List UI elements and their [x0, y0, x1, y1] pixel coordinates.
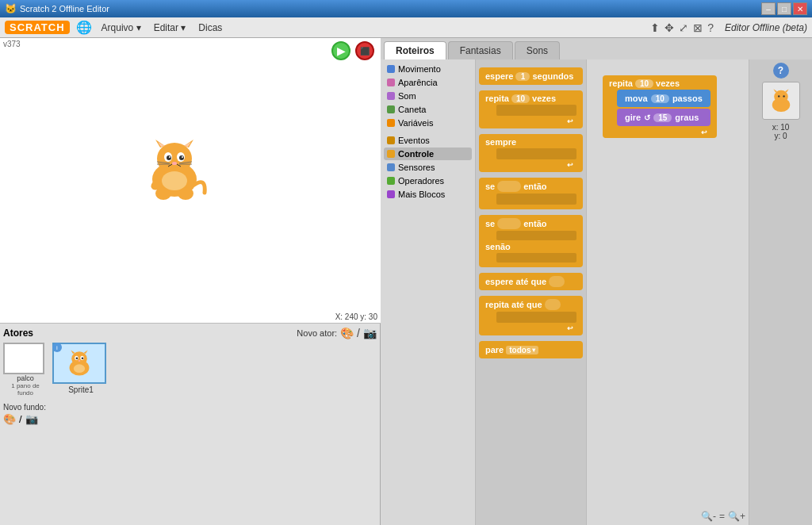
- palco-item[interactable]: palco 1 pano de fundo: [3, 343, 48, 397]
- camera-fundo-button[interactable]: 📷: [25, 413, 38, 425]
- novo-fundo: Novo fundo: 🎨 / 📷: [3, 403, 377, 425]
- svg-point-11: [182, 156, 183, 158]
- stage-controls: ▶ ⬛: [331, 41, 374, 60]
- cat-dot: [387, 136, 395, 144]
- cat-dot: [387, 79, 395, 86]
- cat-label: Operadores: [398, 176, 444, 186]
- close-button[interactable]: ✕: [793, 2, 807, 15]
- cat-som[interactable]: Som: [384, 90, 472, 102]
- script-repita[interactable]: repita 10 vezes mova 10 passos gire ↺ 15…: [603, 75, 717, 138]
- cat-sensores[interactable]: Sensores: [384, 161, 472, 174]
- svg-point-24: [71, 351, 87, 366]
- x-value: 10: [780, 123, 789, 132]
- block-repita-ate[interactable]: repita até que ↩: [479, 296, 583, 335]
- cat-eventos[interactable]: Eventos: [384, 134, 472, 147]
- stop-button[interactable]: ⬛: [355, 41, 374, 60]
- upload-icon[interactable]: ⬆: [650, 21, 660, 34]
- green-flag-button[interactable]: ▶: [331, 41, 350, 60]
- paint-fundo-button[interactable]: 🎨: [3, 413, 16, 425]
- sprite-info-panel: ? x: 10 y: 0: [749, 59, 812, 525]
- turbo-icon[interactable]: ⊠: [693, 21, 703, 34]
- cat-mais-blocos[interactable]: Mais Blocos: [384, 188, 472, 201]
- svg-point-32: [74, 364, 85, 373]
- block-repita[interactable]: repita 10 vezes ↩: [479, 90, 583, 128]
- block-sempre[interactable]: sempre ↩: [479, 134, 583, 172]
- expand-icon[interactable]: ⤢: [679, 21, 688, 34]
- cat-dot: [387, 150, 395, 158]
- tab-sons[interactable]: Sons: [515, 41, 560, 59]
- sprite-thumbnail: i: [52, 343, 106, 384]
- toolbar-icons: ⬆ ✥ ⤢ ⊠ ? Editor Offline (beta): [650, 21, 807, 34]
- svg-point-37: [778, 95, 779, 97]
- svg-point-29: [76, 357, 79, 359]
- cat-caneta[interactable]: Caneta: [384, 103, 472, 116]
- block-se-entao-1[interactable]: se então: [479, 178, 583, 209]
- svg-point-34: [774, 90, 788, 103]
- menu-arquivo[interactable]: Arquivo ▾: [98, 21, 144, 35]
- help-menu-icon[interactable]: ?: [707, 21, 714, 34]
- sprite-mini-preview: [762, 82, 800, 120]
- cat-operadores[interactable]: Operadores: [384, 174, 472, 187]
- app-icon: 🐱: [5, 3, 17, 14]
- sprite-label: Sprite1: [52, 385, 109, 394]
- novo-fundo-label: Novo fundo:: [3, 403, 377, 412]
- draw-fundo-button[interactable]: /: [19, 413, 22, 425]
- maximize-button[interactable]: □: [777, 2, 791, 15]
- script-stack-1: repita 10 vezes mova 10 passos gire ↺ 15…: [603, 75, 717, 138]
- cat-label: Caneta: [398, 105, 426, 114]
- cat-sprite: [135, 133, 214, 205]
- cat-dot: [387, 105, 395, 113]
- menu-dicas[interactable]: Dicas: [195, 21, 225, 35]
- cat-movimento[interactable]: Movimento: [384, 63, 472, 75]
- svg-point-1: [157, 143, 192, 174]
- svg-point-30: [82, 357, 84, 359]
- categories-panel: Movimento Aparência Som Caneta Variáveis: [381, 59, 476, 525]
- titlebar: 🐱 Scratch 2 Offline Editor – □ ✕: [0, 0, 812, 17]
- palco-thumbnail: [3, 343, 44, 374]
- camera-actor-button[interactable]: 📷: [363, 327, 377, 339]
- coord-display: x: 10 y: 0: [772, 123, 790, 140]
- cat-variaveis[interactable]: Variáveis: [384, 117, 472, 129]
- zoom-reset-button[interactable]: =: [719, 511, 725, 522]
- block-pare[interactable]: pare todos ▾: [479, 341, 583, 358]
- cat-aparencia[interactable]: Aparência: [384, 76, 472, 89]
- zoom-in-button[interactable]: 🔍+: [728, 511, 745, 522]
- actors-title: Atores: [3, 328, 297, 339]
- cat-label: Aparência: [398, 78, 438, 87]
- sprite-item[interactable]: i S: [52, 343, 109, 397]
- scratch-logo: SCRATCH: [5, 21, 70, 34]
- palco-sub: 1 pano de fundo: [3, 382, 48, 397]
- fullscreen-icon[interactable]: ✥: [665, 21, 674, 34]
- palco-label: palco: [3, 374, 48, 382]
- tab-roteiros[interactable]: Roteiros: [384, 41, 446, 59]
- blocks-palette: espere 1 segundos repita 10 vezes ↩ semp…: [476, 59, 587, 525]
- script-area[interactable]: repita 10 vezes mova 10 passos gire ↺ 15…: [587, 59, 749, 525]
- zoom-out-button[interactable]: 🔍-: [701, 511, 716, 522]
- paint-actor-button[interactable]: 🎨: [340, 327, 354, 339]
- help-button[interactable]: ?: [773, 63, 789, 79]
- script-mova[interactable]: mova 10 passos: [617, 90, 710, 107]
- svg-point-9: [179, 155, 184, 160]
- sprite-info-badge[interactable]: i: [52, 343, 62, 352]
- tab-fantasias[interactable]: Fantasias: [448, 41, 513, 59]
- globe-icon[interactable]: 🌐: [76, 20, 92, 35]
- stage-canvas[interactable]: v373 ▶ ⬛: [0, 38, 381, 324]
- cat-dot: [387, 163, 395, 171]
- minimize-button[interactable]: –: [761, 2, 776, 15]
- block-se-entao-senao[interactable]: se então senão: [479, 215, 583, 267]
- cat-label: Mais Blocos: [398, 190, 445, 199]
- actor-add-buttons: 🎨 / 📷: [340, 327, 377, 339]
- block-espere-ate[interactable]: espere até que: [479, 273, 583, 290]
- tabs: Roteiros Fantasias Sons: [381, 38, 812, 59]
- menu-editar[interactable]: Editar ▾: [151, 21, 190, 35]
- script-gire[interactable]: gire ↺ 15 graus: [617, 109, 710, 126]
- cat-dot: [387, 177, 395, 185]
- block-espere[interactable]: espere 1 segundos: [479, 67, 583, 85]
- cat-label: Eventos: [398, 136, 430, 145]
- svg-point-10: [169, 156, 170, 158]
- draw-actor-button[interactable]: /: [357, 327, 360, 339]
- window-controls: – □ ✕: [761, 2, 807, 15]
- cat-controle[interactable]: Controle: [384, 148, 472, 160]
- block-area: Movimento Aparência Som Caneta Variáveis: [381, 59, 812, 525]
- y-label: y:: [774, 132, 780, 140]
